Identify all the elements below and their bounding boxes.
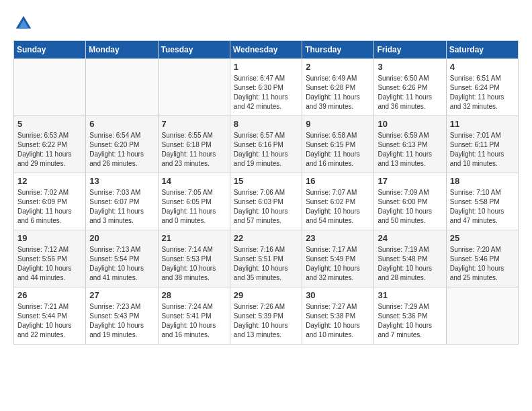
calendar-cell: 6Sunrise: 6:54 AMSunset: 6:20 PMDaylight…	[86, 116, 158, 173]
day-number: 24	[378, 233, 442, 243]
cell-content: Sunrise: 7:19 AMSunset: 5:48 PMDaylight:…	[378, 245, 442, 283]
logo-icon	[13, 13, 34, 34]
cell-content: Sunrise: 6:54 AMSunset: 6:20 PMDaylight:…	[89, 131, 154, 169]
calendar-cell: 19Sunrise: 7:12 AMSunset: 5:56 PMDayligh…	[14, 230, 86, 287]
cell-content: Sunrise: 7:24 AMSunset: 5:41 PMDaylight:…	[162, 302, 226, 340]
day-number: 18	[450, 176, 515, 186]
header-cell-saturday: Saturday	[446, 41, 518, 59]
cell-content: Sunrise: 6:50 AMSunset: 6:26 PMDaylight:…	[378, 74, 442, 111]
cell-content: Sunrise: 7:13 AMSunset: 5:54 PMDaylight:…	[89, 245, 154, 283]
cell-content: Sunrise: 7:29 AMSunset: 5:36 PMDaylight:…	[378, 302, 442, 340]
calendar-cell: 7Sunrise: 6:55 AMSunset: 6:18 PMDaylight…	[158, 116, 230, 173]
calendar-cell: 13Sunrise: 7:03 AMSunset: 6:07 PMDayligh…	[86, 173, 158, 230]
header-cell-sunday: Sunday	[14, 41, 86, 59]
week-row-5: 26Sunrise: 7:21 AMSunset: 5:44 PMDayligh…	[14, 287, 519, 345]
cell-content: Sunrise: 7:01 AMSunset: 6:11 PMDaylight:…	[450, 131, 515, 169]
header-cell-thursday: Thursday	[302, 41, 374, 59]
calendar-cell: 15Sunrise: 7:06 AMSunset: 6:03 PMDayligh…	[230, 173, 302, 230]
calendar-cell: 21Sunrise: 7:14 AMSunset: 5:53 PMDayligh…	[158, 230, 230, 287]
day-number: 19	[17, 233, 82, 243]
day-number: 16	[306, 176, 370, 186]
calendar-cell: 28Sunrise: 7:24 AMSunset: 5:41 PMDayligh…	[158, 287, 230, 345]
week-row-1: 1Sunrise: 6:47 AMSunset: 6:30 PMDaylight…	[14, 59, 519, 116]
week-row-3: 12Sunrise: 7:02 AMSunset: 6:09 PMDayligh…	[14, 173, 519, 230]
day-number: 8	[234, 119, 298, 129]
day-number: 9	[306, 119, 370, 129]
day-number: 29	[234, 290, 298, 300]
cell-content: Sunrise: 7:23 AMSunset: 5:43 PMDaylight:…	[89, 302, 154, 340]
header-cell-friday: Friday	[374, 41, 446, 59]
calendar-cell: 30Sunrise: 7:27 AMSunset: 5:38 PMDayligh…	[302, 287, 374, 345]
page-header	[13, 13, 519, 34]
calendar-table: SundayMondayTuesdayWednesdayThursdayFrid…	[13, 40, 519, 345]
cell-content: Sunrise: 6:53 AMSunset: 6:22 PMDaylight:…	[17, 131, 82, 169]
day-number: 10	[378, 119, 442, 129]
cell-content: Sunrise: 6:47 AMSunset: 6:30 PMDaylight:…	[234, 74, 298, 111]
calendar-cell: 4Sunrise: 6:51 AMSunset: 6:24 PMDaylight…	[446, 59, 518, 116]
cell-content: Sunrise: 6:55 AMSunset: 6:18 PMDaylight:…	[162, 131, 226, 169]
day-number: 4	[450, 62, 515, 72]
day-number: 25	[450, 233, 515, 243]
day-number: 1	[234, 62, 298, 72]
cell-content: Sunrise: 7:05 AMSunset: 6:05 PMDaylight:…	[162, 188, 226, 226]
cell-content: Sunrise: 7:09 AMSunset: 6:00 PMDaylight:…	[378, 188, 442, 226]
calendar-cell	[86, 59, 158, 116]
cell-content: Sunrise: 7:14 AMSunset: 5:53 PMDaylight:…	[162, 245, 226, 283]
calendar-cell: 27Sunrise: 7:23 AMSunset: 5:43 PMDayligh…	[86, 287, 158, 345]
calendar-cell	[14, 59, 86, 116]
header-cell-wednesday: Wednesday	[230, 41, 302, 59]
day-number: 12	[17, 176, 82, 186]
cell-content: Sunrise: 7:02 AMSunset: 6:09 PMDaylight:…	[17, 188, 82, 226]
calendar-cell	[158, 59, 230, 116]
week-row-4: 19Sunrise: 7:12 AMSunset: 5:56 PMDayligh…	[14, 230, 519, 287]
calendar-cell: 1Sunrise: 6:47 AMSunset: 6:30 PMDaylight…	[230, 59, 302, 116]
cell-content: Sunrise: 6:49 AMSunset: 6:28 PMDaylight:…	[306, 74, 370, 111]
calendar-body: 1Sunrise: 6:47 AMSunset: 6:30 PMDaylight…	[14, 59, 519, 345]
cell-content: Sunrise: 7:20 AMSunset: 5:46 PMDaylight:…	[450, 245, 515, 283]
calendar-cell: 16Sunrise: 7:07 AMSunset: 6:02 PMDayligh…	[302, 173, 374, 230]
calendar-cell: 26Sunrise: 7:21 AMSunset: 5:44 PMDayligh…	[14, 287, 86, 345]
header-cell-tuesday: Tuesday	[158, 41, 230, 59]
cell-content: Sunrise: 7:06 AMSunset: 6:03 PMDaylight:…	[234, 188, 298, 226]
day-number: 3	[378, 62, 442, 72]
day-number: 30	[306, 290, 370, 300]
day-number: 27	[89, 290, 154, 300]
day-number: 31	[378, 290, 442, 300]
day-number: 21	[162, 233, 226, 243]
calendar-header: SundayMondayTuesdayWednesdayThursdayFrid…	[14, 41, 519, 59]
day-number: 7	[162, 119, 226, 129]
calendar-cell: 20Sunrise: 7:13 AMSunset: 5:54 PMDayligh…	[86, 230, 158, 287]
day-number: 15	[234, 176, 298, 186]
calendar-cell	[446, 287, 518, 345]
day-number: 22	[234, 233, 298, 243]
cell-content: Sunrise: 6:58 AMSunset: 6:15 PMDaylight:…	[306, 131, 370, 169]
day-number: 5	[17, 119, 82, 129]
day-number: 6	[89, 119, 154, 129]
cell-content: Sunrise: 7:12 AMSunset: 5:56 PMDaylight:…	[17, 245, 82, 283]
logo	[13, 13, 36, 34]
day-number: 26	[17, 290, 82, 300]
calendar-cell: 12Sunrise: 7:02 AMSunset: 6:09 PMDayligh…	[14, 173, 86, 230]
day-number: 28	[162, 290, 226, 300]
header-cell-monday: Monday	[86, 41, 158, 59]
cell-content: Sunrise: 7:26 AMSunset: 5:39 PMDaylight:…	[234, 302, 298, 340]
calendar-cell: 2Sunrise: 6:49 AMSunset: 6:28 PMDaylight…	[302, 59, 374, 116]
cell-content: Sunrise: 7:27 AMSunset: 5:38 PMDaylight:…	[306, 302, 370, 340]
cell-content: Sunrise: 6:57 AMSunset: 6:16 PMDaylight:…	[234, 131, 298, 169]
day-number: 11	[450, 119, 515, 129]
calendar-cell: 24Sunrise: 7:19 AMSunset: 5:48 PMDayligh…	[374, 230, 446, 287]
day-number: 23	[306, 233, 370, 243]
header-row: SundayMondayTuesdayWednesdayThursdayFrid…	[14, 41, 519, 59]
calendar-cell: 25Sunrise: 7:20 AMSunset: 5:46 PMDayligh…	[446, 230, 518, 287]
week-row-2: 5Sunrise: 6:53 AMSunset: 6:22 PMDaylight…	[14, 116, 519, 173]
day-number: 17	[378, 176, 442, 186]
calendar-cell: 22Sunrise: 7:16 AMSunset: 5:51 PMDayligh…	[230, 230, 302, 287]
calendar-cell: 5Sunrise: 6:53 AMSunset: 6:22 PMDaylight…	[14, 116, 86, 173]
calendar-cell: 3Sunrise: 6:50 AMSunset: 6:26 PMDaylight…	[374, 59, 446, 116]
day-number: 13	[89, 176, 154, 186]
cell-content: Sunrise: 6:51 AMSunset: 6:24 PMDaylight:…	[450, 74, 515, 111]
cell-content: Sunrise: 6:59 AMSunset: 6:13 PMDaylight:…	[378, 131, 442, 169]
cell-content: Sunrise: 7:03 AMSunset: 6:07 PMDaylight:…	[89, 188, 154, 226]
cell-content: Sunrise: 7:10 AMSunset: 5:58 PMDaylight:…	[450, 188, 515, 226]
cell-content: Sunrise: 7:21 AMSunset: 5:44 PMDaylight:…	[17, 302, 82, 340]
